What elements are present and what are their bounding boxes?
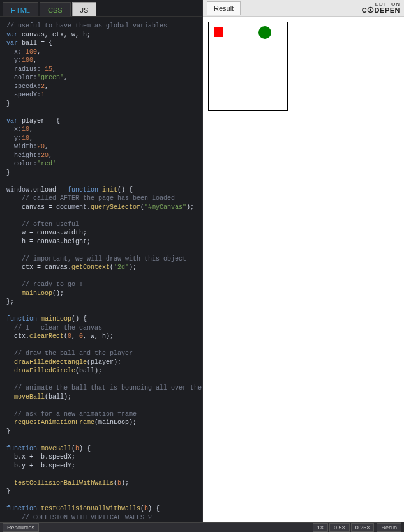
code-token: speedY: (6, 91, 41, 98)
code-token: '2d' (114, 264, 129, 271)
code-token: mainLoop (22, 290, 52, 297)
code-token: (); (52, 290, 64, 297)
code-editor[interactable]: // useful to have them as global variabl… (0, 17, 202, 522)
tab-result[interactable]: Result (207, 1, 241, 15)
result-canvas (208, 22, 288, 111)
edit-on-codepen-link[interactable]: EDIT ON C⦿DEPEN (362, 2, 400, 14)
code-token: var (6, 40, 18, 47)
code-token: } (6, 488, 10, 495)
code-token: width: (6, 143, 37, 150)
code-token: y: (6, 57, 22, 64)
code-token: var (6, 118, 18, 125)
code-token: 20 (41, 152, 49, 159)
code-token: y: (6, 135, 22, 142)
code-token: color: (6, 74, 37, 81)
code-token: var (6, 31, 18, 38)
result-body (203, 17, 404, 522)
code-token: testCollisionBallWithWalls (14, 480, 114, 487)
code-token: , (33, 57, 37, 64)
code-token: 100 (22, 57, 33, 64)
code-token: clearRect (29, 333, 64, 340)
code-token: , (71, 333, 79, 340)
code-token: w = canvas.width; (6, 229, 87, 236)
code-token: // important, we will draw with this obj… (6, 255, 186, 262)
code-token (6, 290, 22, 297)
code-token: } (6, 100, 10, 107)
code-token: .onload = (29, 186, 68, 194)
code-token: querySelector (91, 204, 140, 211)
code-token: 20 (37, 143, 45, 150)
code-token: window (6, 186, 29, 194)
code-token (6, 359, 14, 366)
code-token: () { (71, 315, 87, 323)
tab-html[interactable]: HTML (3, 2, 38, 16)
code-token: speedX: (6, 83, 41, 90)
code-token: 'green' (37, 74, 64, 81)
codepen-logo: C⦿DEPEN (362, 7, 400, 14)
code-token: (mainLoop); (94, 419, 137, 426)
code-token: canvas = (6, 204, 56, 211)
code-token: function (68, 186, 98, 194)
code-line: // useful to have them as global variabl… (6, 22, 167, 29)
resources-button[interactable]: Resources (3, 523, 39, 532)
code-token: 10 (22, 126, 29, 133)
code-token: ctx = canvas. (6, 264, 71, 271)
code-token: , (37, 49, 41, 56)
code-token: , (45, 83, 49, 90)
code-token: } (6, 428, 10, 435)
code-token: "#myCanvas" (144, 204, 186, 211)
code-token: getContext (71, 264, 110, 271)
code-token: canvas, ctx, w, h; (18, 31, 91, 38)
code-token: 15 (45, 66, 52, 73)
code-token: // 1 - clear the canvas (6, 324, 102, 331)
code-token: ) { (79, 445, 91, 452)
tab-js[interactable]: JS (72, 2, 97, 16)
zoom-group: 1× 0.5× 0.25× (313, 523, 375, 532)
code-token: , (29, 135, 33, 142)
zoom-1x-button[interactable]: 1× (313, 523, 328, 532)
code-token: , (49, 152, 52, 159)
code-token: } (6, 169, 10, 176)
code-token: // COLLISION WITH VERTICAL WALLS ? (6, 514, 152, 521)
code-token: b.x += b.speedX; (6, 453, 75, 460)
code-token: function (6, 505, 37, 512)
code-token: ctx. (6, 333, 29, 340)
code-token: 'red' (37, 160, 56, 167)
code-token: color: (6, 160, 37, 167)
code-token: requestAnimationFrame (14, 419, 94, 426)
code-token: ); (121, 480, 129, 487)
code-token: // ask for a new animation frame (6, 411, 137, 418)
ball-circle-icon (258, 26, 271, 39)
zoom-05x-button[interactable]: 0.5× (329, 523, 350, 532)
code-token: // animate the ball that is bouncing all… (6, 384, 202, 391)
code-token: init (102, 186, 117, 194)
code-token: (ball); (45, 393, 71, 400)
code-token: // draw the ball and the player (6, 350, 133, 357)
code-token: drawFilledCircle (14, 367, 75, 374)
code-token: ); (186, 204, 194, 211)
code-token: mainLoop (41, 315, 71, 323)
code-token: moveBall (41, 445, 71, 452)
code-token (6, 393, 14, 400)
result-pane: Result EDIT ON C⦿DEPEN (203, 0, 404, 522)
zoom-025x-button[interactable]: 0.25× (351, 523, 375, 532)
result-header: Result EDIT ON C⦿DEPEN (203, 0, 404, 17)
code-token: moveBall (14, 393, 45, 400)
code-token: radius: (6, 66, 45, 73)
code-token: ); (129, 264, 137, 271)
code-token: // ready to go ! (6, 281, 83, 288)
code-token: ) { (148, 505, 160, 512)
code-token: , (45, 143, 49, 150)
editor-pane: HTML CSS JS // useful to have them as gl… (0, 0, 203, 522)
code-token (6, 480, 14, 487)
rerun-button[interactable]: Rerun (377, 523, 401, 532)
code-token: document (56, 204, 87, 211)
code-token: testCollisionBallWithWalls (41, 505, 140, 512)
player-square-icon (214, 27, 223, 37)
code-token: height: (6, 152, 41, 159)
tab-css[interactable]: CSS (40, 2, 71, 16)
code-token: }; (6, 298, 14, 305)
code-token: x: (6, 126, 22, 133)
code-token: 100 (26, 49, 37, 56)
code-token: , (52, 66, 56, 73)
